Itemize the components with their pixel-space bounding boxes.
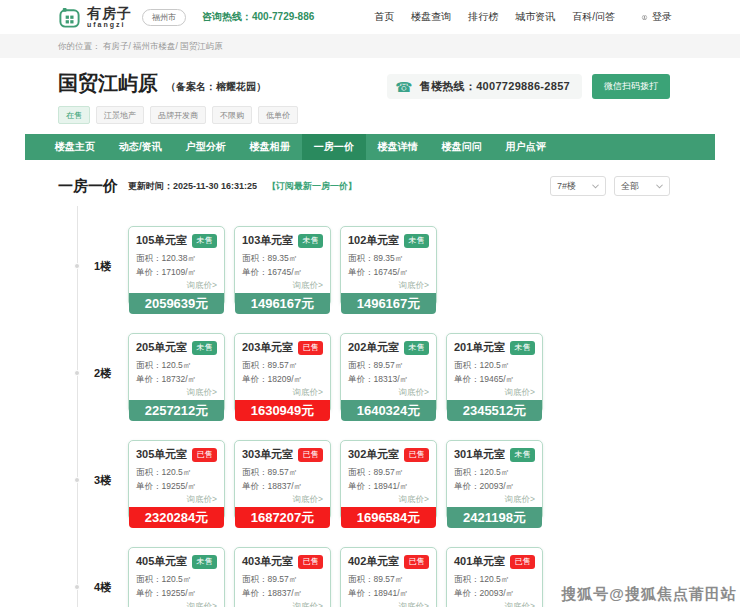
unit-card[interactable]: 201单元室 未售 面积：120.5㎡ 单价：19465/㎡ 询底价> 2345… — [446, 333, 543, 413]
unit-price-value: 18209/㎡ — [268, 374, 303, 384]
ask-bottom-price-link[interactable]: 询底价> — [136, 601, 217, 607]
nav-link[interactable]: 城市资讯 — [515, 10, 555, 24]
unit-card[interactable]: 303单元室 已售 面积：89.57㎡ 单价：18837/㎡ 询底价> 1687… — [234, 440, 331, 520]
unit-status-badge: 已售 — [298, 341, 323, 355]
house-logo-icon — [58, 6, 81, 29]
consult-hotline-number: 400-7729-886 — [252, 11, 314, 22]
unit-status-badge: 未售 — [192, 555, 217, 569]
ask-bottom-price-link[interactable]: 询底价> — [348, 494, 429, 506]
unit-card[interactable]: 401单元室 已售 面积：120.5㎡ 单价：20093/㎡ 询底价> 2421… — [446, 547, 543, 607]
ask-bottom-price-link[interactable]: 询底价> — [348, 280, 429, 292]
unit-status-badge: 已售 — [192, 448, 217, 462]
area-value: 89.57㎡ — [374, 574, 404, 584]
total-price-bar: 2345512元 — [447, 400, 542, 421]
unit-card[interactable]: 103单元室 未售 面积：89.35㎡ 单价：16745/㎡ 询底价> 1496… — [234, 226, 331, 306]
unit-card[interactable]: 202单元室 未售 面积：89.57㎡ 单价：18313/㎡ 询底价> 1640… — [340, 333, 437, 413]
area-value: 120.5㎡ — [162, 574, 192, 584]
unit-name: 402单元室 — [348, 554, 399, 569]
tab-7[interactable]: 用户点评 — [494, 134, 558, 160]
unit-status-badge: 已售 — [404, 448, 429, 462]
floor-label: 2楼 — [94, 366, 111, 381]
area-label: 面积： — [242, 360, 268, 370]
tab-2[interactable]: 户型分析 — [174, 134, 238, 160]
area-value: 120.5㎡ — [162, 360, 192, 370]
unit-card[interactable]: 102单元室 未售 面积：89.35㎡ 单价：16745/㎡ 询底价> 1496… — [340, 226, 437, 306]
floor-row: 3楼 305单元室 已售 面积：120.5㎡ 单价：19255/㎡ 询底价> 2… — [58, 440, 740, 520]
unit-price-value: 16745/㎡ — [268, 267, 303, 277]
unit-price-value: 19255/㎡ — [162, 588, 197, 598]
total-price-bar: 1630949元 — [235, 400, 330, 421]
total-price-bar: 1696584元 — [341, 507, 436, 528]
unit-card[interactable]: 402单元室 已售 面积：89.57㎡ 单价：18941/㎡ 询底价> 1696… — [340, 547, 437, 607]
unit-status-badge: 未售 — [404, 341, 429, 355]
ask-bottom-price-link[interactable]: 询底价> — [348, 601, 429, 607]
price-section-header: 一房一价 更新时间：2025-11-30 16:31:25 【订阅最新一房一价】… — [58, 176, 670, 196]
tab-4[interactable]: 一房一价 — [302, 134, 366, 160]
unit-card[interactable]: 403单元室 已售 面积：89.57㎡ 单价：18837/㎡ 询底价> 1687… — [234, 547, 331, 607]
nav-link[interactable]: 百科/问答 — [572, 10, 615, 24]
login-button[interactable]: 登录 — [641, 10, 672, 24]
floor-row: 1楼 105单元室 未售 面积：120.38㎡ 单价：17109/㎡ 询底价> … — [58, 226, 740, 306]
area-label: 面积： — [242, 253, 268, 263]
unit-status-badge: 未售 — [192, 341, 217, 355]
ask-bottom-price-link[interactable]: 询底价> — [136, 280, 217, 292]
unit-price-value: 19465/㎡ — [480, 374, 515, 384]
city-selector[interactable]: 福州市 — [142, 9, 186, 26]
unit-card[interactable]: 302单元室 已售 面积：89.57㎡ 单价：18941/㎡ 询底价> 1696… — [340, 440, 437, 520]
unit-name: 105单元室 — [136, 233, 187, 248]
ask-bottom-price-link[interactable]: 询底价> — [136, 494, 217, 506]
watermark: 搜狐号@搜狐焦点莆田站 — [561, 585, 737, 604]
unit-name: 102单元室 — [348, 233, 399, 248]
updated-value: 2025-11-30 16:31:25 — [173, 181, 257, 191]
subscribe-link[interactable]: 【订阅最新一房一价】 — [267, 180, 357, 193]
timeline-dot — [74, 584, 80, 590]
unit-card[interactable]: 405单元室 未售 面积：120.5㎡ 单价：19255/㎡ 询底价> 2320… — [128, 547, 225, 607]
ask-bottom-price-link[interactable]: 询底价> — [242, 280, 323, 292]
site-logo[interactable]: 有房子 ufangzi — [58, 6, 132, 29]
user-icon — [641, 15, 648, 20]
unit-card[interactable]: 205单元室 未售 面积：120.5㎡ 单价：18732/㎡ 询底价> 2257… — [128, 333, 225, 413]
unit-card-list: 405单元室 未售 面积：120.5㎡ 单价：19255/㎡ 询底价> 2320… — [128, 547, 543, 607]
building-filter-dropdown[interactable]: 7#楼 — [550, 176, 606, 196]
unit-name: 302单元室 — [348, 447, 399, 462]
unit-price-label: 单价： — [136, 481, 162, 491]
unit-name: 401单元室 — [454, 554, 505, 569]
ask-bottom-price-link[interactable]: 询底价> — [242, 494, 323, 506]
ask-bottom-price-link[interactable]: 询底价> — [454, 494, 535, 506]
property-tags: 在售江景地产品牌开发商不限购低单价 — [58, 106, 298, 124]
wechat-scan-call-button[interactable]: 微信扫码拨打 — [592, 74, 670, 99]
nav-link[interactable]: 楼盘查询 — [411, 10, 451, 24]
unit-name: 403单元室 — [242, 554, 293, 569]
area-value: 120.38㎡ — [162, 253, 197, 263]
ask-bottom-price-link[interactable]: 询底价> — [454, 601, 535, 607]
unit-status-badge: 未售 — [298, 234, 323, 248]
unit-filter-dropdown[interactable]: 全部 — [614, 176, 670, 196]
ask-bottom-price-link[interactable]: 询底价> — [348, 387, 429, 399]
ask-bottom-price-link[interactable]: 询底价> — [242, 601, 323, 607]
property-alias: （备案名：榕耀花园） — [166, 80, 266, 94]
tab-3[interactable]: 楼盘相册 — [238, 134, 302, 160]
breadcrumb: 你的位置： 有房子/ 福州市楼盘/ 国贸江屿原 — [0, 34, 740, 58]
total-price-bar: 1687207元 — [235, 507, 330, 528]
phone-icon: ☎ — [395, 79, 412, 95]
ask-bottom-price-link[interactable]: 询底价> — [454, 387, 535, 399]
nav-link[interactable]: 首页 — [374, 10, 394, 24]
tab-0[interactable]: 楼盘主页 — [43, 134, 107, 160]
tab-6[interactable]: 楼盘问问 — [430, 134, 494, 160]
ask-bottom-price-link[interactable]: 询底价> — [242, 387, 323, 399]
tab-5[interactable]: 楼盘详情 — [366, 134, 430, 160]
area-value: 89.57㎡ — [374, 360, 404, 370]
unit-card[interactable]: 105单元室 未售 面积：120.38㎡ 单价：17109/㎡ 询底价> 205… — [128, 226, 225, 306]
nav-link[interactable]: 排行榜 — [468, 10, 498, 24]
unit-card[interactable]: 301单元室 未售 面积：120.5㎡ 单价：20093/㎡ 询底价> 2421… — [446, 440, 543, 520]
area-label: 面积： — [136, 253, 162, 263]
unit-price-value: 18837/㎡ — [268, 588, 303, 598]
breadcrumb-path[interactable]: 有房子/ 福州市楼盘/ 国贸江屿原 — [103, 41, 223, 51]
unit-card[interactable]: 305单元室 已售 面积：120.5㎡ 单价：19255/㎡ 询底价> 2320… — [128, 440, 225, 520]
ask-bottom-price-link[interactable]: 询底价> — [136, 387, 217, 399]
unit-card[interactable]: 203单元室 已售 面积：89.57㎡ 单价：18209/㎡ 询底价> 1630… — [234, 333, 331, 413]
property-tag: 江景地产 — [96, 106, 144, 124]
tab-1[interactable]: 动态/资讯 — [107, 134, 174, 160]
area-value: 89.57㎡ — [374, 467, 404, 477]
unit-price-label: 单价： — [136, 374, 162, 384]
